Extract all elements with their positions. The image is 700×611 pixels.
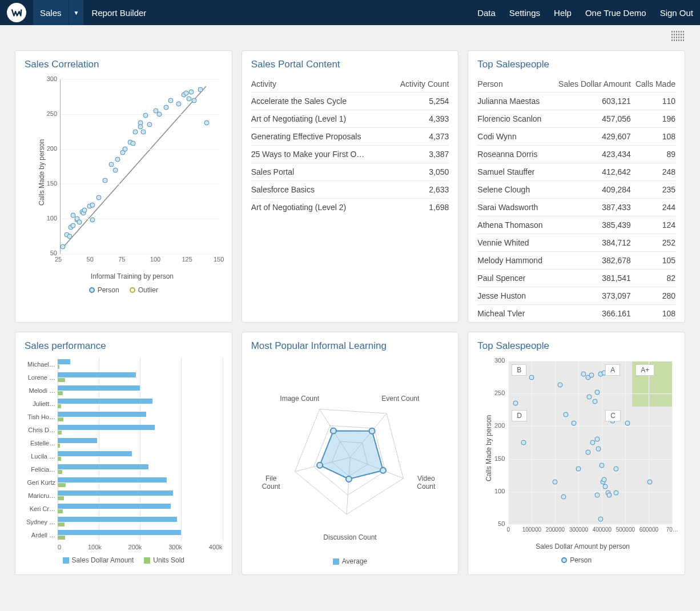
- data-point[interactable]: [590, 440, 595, 445]
- data-point[interactable]: [102, 178, 107, 183]
- data-point[interactable]: [585, 450, 590, 455]
- data-point[interactable]: [586, 394, 592, 399]
- data-point[interactable]: [613, 491, 618, 496]
- data-point[interactable]: [123, 147, 128, 152]
- bar-row[interactable]: Maricru…: [25, 489, 223, 502]
- bar-row[interactable]: Melodi …: [25, 384, 223, 397]
- data-point[interactable]: [191, 98, 196, 103]
- data-point[interactable]: [563, 412, 568, 417]
- nav-data[interactable]: Data: [470, 8, 502, 18]
- data-point[interactable]: [115, 157, 120, 162]
- data-point[interactable]: [189, 89, 194, 94]
- bar-row[interactable]: Lorene …: [25, 371, 223, 384]
- data-point[interactable]: [561, 494, 566, 499]
- data-point[interactable]: [553, 479, 558, 484]
- bar-row[interactable]: Ardell …: [25, 528, 223, 541]
- table-row[interactable]: Roseanna Dorris423,43489: [477, 146, 675, 163]
- data-point[interactable]: [108, 162, 114, 167]
- data-point[interactable]: [602, 477, 607, 483]
- data-point[interactable]: [71, 223, 76, 228]
- data-point[interactable]: [598, 516, 604, 521]
- sales-performance-chart[interactable]: Michael… Lorene … Melodi … Juliett…: [25, 357, 223, 541]
- data-point[interactable]: [613, 466, 618, 471]
- bar-row[interactable]: Estelle…: [25, 436, 223, 449]
- sales-correlation-chart[interactable]: 50100150200250300255075100125150 Calls M…: [42, 76, 223, 270]
- data-point[interactable]: [595, 492, 600, 497]
- data-point[interactable]: [147, 122, 152, 127]
- data-point[interactable]: [589, 373, 594, 378]
- nav-demo[interactable]: One True Demo: [578, 8, 653, 18]
- data-point[interactable]: [204, 120, 209, 125]
- bar-row[interactable]: Geri Kurtz: [25, 476, 223, 489]
- data-point[interactable]: [521, 440, 526, 445]
- data-point[interactable]: [130, 141, 135, 146]
- data-point[interactable]: [529, 375, 534, 380]
- data-point[interactable]: [163, 104, 168, 110]
- table-row[interactable]: Jesse Huston373,097280: [477, 287, 675, 305]
- data-point[interactable]: [168, 98, 174, 103]
- app-logo[interactable]: [7, 3, 26, 22]
- data-point[interactable]: [82, 208, 87, 213]
- data-point[interactable]: [186, 97, 191, 102]
- bar-row[interactable]: Juliett…: [25, 397, 223, 410]
- data-point[interactable]: [606, 492, 612, 497]
- table-row[interactable]: Florencio Scanlon457,056196: [477, 110, 675, 128]
- table-row[interactable]: Melody Hammond382,678105: [477, 252, 675, 270]
- data-point[interactable]: [61, 244, 66, 249]
- nav-signout[interactable]: Sign Out: [653, 8, 700, 18]
- table-row[interactable]: 25 Ways to Make your First O…3,387: [251, 146, 449, 163]
- nav-sales[interactable]: Sales: [33, 0, 69, 25]
- data-point[interactable]: [67, 234, 72, 239]
- data-point[interactable]: [647, 479, 653, 484]
- table-row[interactable]: Julianna Maestas603,121110: [477, 93, 675, 110]
- data-point[interactable]: [593, 399, 598, 404]
- table-row[interactable]: Sarai Wadsworth387,433244: [477, 199, 675, 216]
- bar-row[interactable]: Lucila …: [25, 449, 223, 463]
- data-point[interactable]: [600, 463, 605, 468]
- bar-row[interactable]: Keri Cr…: [25, 502, 223, 515]
- table-row[interactable]: Art of Negotiating (Level 1)4,393: [251, 110, 449, 128]
- bar-row[interactable]: Chris D…: [25, 423, 223, 436]
- data-point[interactable]: [157, 112, 162, 117]
- top-salespeople-scatter[interactable]: 5010015020025030001000002000003000004000…: [490, 357, 675, 540]
- table-row[interactable]: Paul Spencer381,54182: [477, 270, 675, 287]
- data-point[interactable]: [140, 129, 146, 134]
- data-point[interactable]: [112, 167, 118, 172]
- bar-row[interactable]: Michael…: [25, 357, 223, 371]
- grid-options-icon[interactable]: [671, 31, 684, 41]
- informal-learning-radar[interactable]: Image Count Event Count Video Count Disc…: [251, 357, 449, 552]
- data-point[interactable]: [176, 101, 181, 106]
- table-row[interactable]: Art of Negotiating (Level 2)1,698: [251, 199, 449, 216]
- nav-settings[interactable]: Settings: [502, 8, 547, 18]
- data-point[interactable]: [77, 220, 82, 225]
- table-row[interactable]: Vennie Whited384,712252: [477, 234, 675, 252]
- data-point[interactable]: [96, 195, 101, 200]
- data-point[interactable]: [90, 218, 95, 223]
- table-row[interactable]: Generating Effective Proposals4,373: [251, 128, 449, 146]
- data-point[interactable]: [198, 87, 203, 93]
- table-row[interactable]: Sales Portal3,050: [251, 163, 449, 181]
- nav-report-builder[interactable]: Report Builder: [83, 8, 154, 18]
- table-row[interactable]: Micheal Tvler366.161108: [477, 305, 675, 323]
- bar-row[interactable]: Felicia…: [25, 463, 223, 476]
- table-row[interactable]: Codi Wynn429,607108: [477, 128, 675, 146]
- data-point[interactable]: [184, 91, 189, 96]
- data-point[interactable]: [143, 113, 148, 118]
- data-point[interactable]: [596, 447, 601, 452]
- data-point[interactable]: [557, 383, 562, 388]
- nav-help[interactable]: Help: [547, 8, 578, 18]
- data-point[interactable]: [603, 484, 608, 489]
- table-row[interactable]: Samuel Stauffer412,642248: [477, 163, 675, 181]
- table-row[interactable]: Athena Thomason385,439124: [477, 216, 675, 234]
- data-point[interactable]: [90, 202, 95, 207]
- data-point[interactable]: [133, 129, 138, 134]
- data-point[interactable]: [625, 420, 630, 425]
- table-row[interactable]: Selene Clough409,284235: [477, 181, 675, 199]
- bar-row[interactable]: Sydney …: [25, 515, 223, 528]
- bar-row[interactable]: Tish Ho…: [25, 410, 223, 423]
- data-point[interactable]: [572, 420, 577, 425]
- nav-sales-dropdown[interactable]: ▼: [69, 0, 84, 25]
- table-row[interactable]: Salesforce Basics2,633: [251, 181, 449, 199]
- data-point[interactable]: [595, 389, 600, 395]
- data-point[interactable]: [513, 401, 518, 406]
